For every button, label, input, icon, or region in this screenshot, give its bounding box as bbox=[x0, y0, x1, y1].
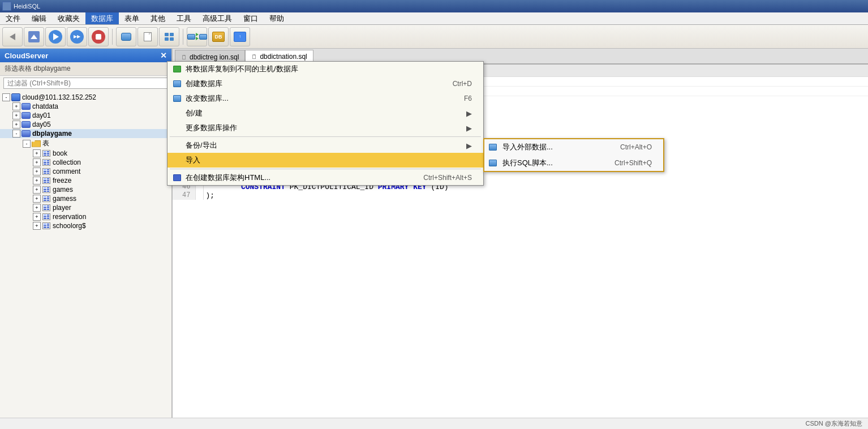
freeze-table-icon bbox=[42, 177, 51, 185]
toolbar-transfer-btn[interactable] bbox=[187, 27, 207, 46]
dropdown-item-create-db[interactable]: 创建数据库 Ctrl+D bbox=[167, 76, 483, 91]
tree-item-comment[interactable]: + comment bbox=[0, 167, 171, 176]
create-html-icon bbox=[172, 174, 182, 182]
tree-item-day01[interactable]: + day01 bbox=[0, 111, 171, 120]
menu-bookmarks[interactable]: 收藏夹 bbox=[52, 12, 85, 24]
menu-table[interactable]: 表单 bbox=[119, 12, 145, 24]
dropdown-item-create-sub[interactable]: 创/建 ▶ bbox=[167, 106, 483, 121]
dropdown-item-change-db[interactable]: 改变数据库... F6 bbox=[167, 91, 483, 106]
sidebar-filter-label: 筛选表格 dbplaygame bbox=[0, 62, 171, 76]
expand-collection[interactable]: + bbox=[33, 158, 41, 166]
day05-icon bbox=[22, 121, 31, 128]
expand-server[interactable]: - bbox=[2, 93, 10, 101]
collection-label: collection bbox=[53, 158, 81, 166]
create-sub-arrow: ▶ bbox=[466, 109, 472, 118]
tree-item-collection[interactable]: + collection bbox=[0, 158, 171, 167]
menu-other[interactable]: 其他 bbox=[145, 12, 171, 24]
fast-forward-icon bbox=[70, 30, 84, 44]
expand-player[interactable]: + bbox=[33, 204, 41, 212]
submenu-item-exec-sql[interactable]: 执行SQL脚本... Ctrl+Shift+Q bbox=[484, 155, 663, 171]
dropdown-menu-database[interactable]: 将数据库复制到不同的主机/数据库 创建数据库 Ctrl+D 改变数据库... F… bbox=[167, 61, 484, 186]
comment-table-icon bbox=[42, 168, 51, 175]
tables-folder-label: 表 bbox=[42, 139, 49, 148]
tree-area: - cloud@101.132.152.252 + chatdata + day… bbox=[0, 91, 171, 429]
fold-gutter-47 bbox=[195, 191, 203, 200]
expand-day05[interactable]: + bbox=[12, 121, 20, 128]
tree-item-player[interactable]: + player bbox=[0, 203, 171, 212]
expand-book[interactable]: + bbox=[33, 149, 41, 157]
book-label: book bbox=[53, 149, 67, 157]
dropdown-item-copy-db[interactable]: 将数据库复制到不同的主机/数据库 bbox=[167, 62, 483, 76]
create-db-icon bbox=[172, 80, 182, 88]
create-html-shortcut: Ctrl+Shift+Alt+S bbox=[423, 174, 472, 182]
expand-gamess[interactable]: + bbox=[33, 195, 41, 203]
more-ops-icon bbox=[172, 124, 182, 132]
menu-database[interactable]: 数据库 bbox=[85, 12, 119, 24]
toolbar-page-btn[interactable] bbox=[137, 27, 158, 46]
tab-dictregion-label: dbdictreg ion.sql bbox=[190, 53, 239, 61]
line-content-47: ); bbox=[203, 191, 868, 200]
toolbar-db-btn2[interactable]: DB bbox=[208, 27, 229, 46]
import-icon bbox=[172, 156, 182, 164]
expand-day01[interactable]: + bbox=[12, 111, 20, 119]
tree-item-server[interactable]: - cloud@101.132.152.252 bbox=[0, 93, 171, 102]
tree-item-day05[interactable]: + day05 bbox=[0, 120, 171, 129]
sidebar: CloudServer ✕ 筛选表格 dbplaygame - cloud@10… bbox=[0, 49, 173, 429]
menu-advanced[interactable]: 高级工具 bbox=[197, 12, 238, 24]
status-text: CSDN @东海若知意 bbox=[806, 419, 862, 428]
chatdata-label: chatdata bbox=[32, 102, 58, 110]
tree-item-schoolorg[interactable]: + schoolorg$ bbox=[0, 221, 171, 230]
sidebar-close-btn[interactable]: ✕ bbox=[160, 51, 167, 60]
sidebar-title: CloudServer bbox=[5, 52, 48, 60]
tree-item-reservation[interactable]: + reservation bbox=[0, 212, 171, 221]
tree-item-gamess[interactable]: + gamess bbox=[0, 194, 171, 203]
expand-comment[interactable]: + bbox=[33, 168, 41, 175]
toolbar-home-btn[interactable] bbox=[24, 27, 44, 46]
expand-freeze[interactable]: + bbox=[33, 177, 41, 185]
submenu-item-import-external[interactable]: 导入外部数据... Ctrl+Alt+O bbox=[484, 139, 663, 155]
dropdown-item-more-ops[interactable]: 更多数据库操作 ▶ bbox=[167, 121, 483, 135]
book-table-icon bbox=[42, 149, 51, 157]
more-ops-label: 更多数据库操作 bbox=[186, 123, 237, 133]
expand-dbplaygame[interactable]: - bbox=[12, 130, 20, 138]
toolbar-db-btn1[interactable] bbox=[116, 27, 136, 46]
import-external-icon bbox=[489, 143, 499, 151]
toolbar-ff-btn[interactable] bbox=[67, 27, 87, 46]
toolbar-stop-btn[interactable] bbox=[88, 27, 109, 46]
tree-item-games[interactable]: + games bbox=[0, 185, 171, 194]
toolbar-back-btn[interactable] bbox=[2, 27, 23, 46]
expand-games[interactable]: + bbox=[33, 186, 41, 194]
tree-item-chatdata[interactable]: + chatdata bbox=[0, 102, 171, 111]
tree-item-dbplaygame[interactable]: - dbplaygame bbox=[0, 129, 171, 138]
schoolorg-table-icon bbox=[42, 222, 51, 230]
menu-bar: 文件 编辑 收藏夹 数据库 表单 其他 工具 高级工具 窗口 帮助 bbox=[0, 12, 868, 25]
dropdown-item-create-html[interactable]: 在创建数据库架构HTML... Ctrl+Shift+Alt+S bbox=[167, 170, 483, 185]
title-text: HeidiSQL bbox=[14, 3, 40, 10]
tree-item-book[interactable]: + book bbox=[0, 149, 171, 158]
menu-edit[interactable]: 编辑 bbox=[26, 12, 52, 24]
exec-sql-shortcut: Ctrl+Shift+Q bbox=[615, 159, 652, 167]
menu-tools[interactable]: 工具 bbox=[171, 12, 197, 24]
create-html-label: 在创建数据库架构HTML... bbox=[186, 173, 270, 183]
dropdown-sep-2 bbox=[170, 169, 481, 169]
server-label: cloud@101.132.152.252 bbox=[22, 93, 96, 101]
expand-chatdata[interactable]: + bbox=[12, 102, 20, 110]
toolbar-play-btn[interactable] bbox=[45, 27, 66, 46]
gamess-label: gamess bbox=[53, 195, 76, 203]
dropdown-item-import[interactable]: 导入 导入外部数据... Ctrl+Alt+O bbox=[167, 153, 483, 168]
backup-arrow: ▶ bbox=[466, 141, 472, 150]
menu-file[interactable]: 文件 bbox=[0, 12, 26, 24]
menu-help[interactable]: 帮助 bbox=[264, 12, 290, 24]
dropdown-item-backup[interactable]: 备份/导出 ▶ bbox=[167, 138, 483, 153]
tree-item-tables-folder[interactable]: - 表 bbox=[0, 138, 171, 149]
toolbar-grid-btn[interactable] bbox=[159, 27, 179, 46]
toolbar-export-btn[interactable]: ↑ bbox=[230, 27, 250, 46]
expand-tables[interactable]: - bbox=[23, 140, 31, 148]
menu-window[interactable]: 窗口 bbox=[238, 12, 264, 24]
tree-item-freeze[interactable]: + freeze bbox=[0, 176, 171, 185]
expand-reservation[interactable]: + bbox=[33, 213, 41, 221]
submenu-import[interactable]: 导入外部数据... Ctrl+Alt+O 执行SQL脚本... Ctrl+Shi… bbox=[483, 138, 664, 172]
sidebar-filter-input[interactable] bbox=[3, 78, 168, 89]
import-label: 导入 bbox=[186, 155, 200, 165]
expand-schoolorg[interactable]: + bbox=[33, 222, 41, 230]
